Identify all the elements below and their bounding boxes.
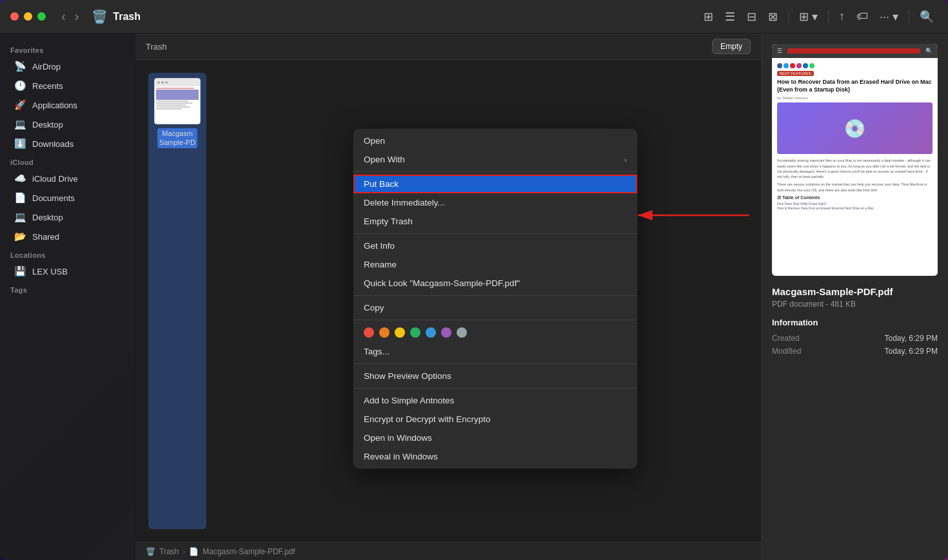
sidebar-item-label: AirDrop: [32, 62, 61, 72]
preview-image: ☰ 🔍: [772, 44, 938, 276]
ctx-sep-5: [353, 363, 637, 364]
trash-folder-icon: 🗑️: [92, 9, 108, 24]
file-label: MacgasmSample-PD: [157, 128, 197, 148]
toc-icon: ☰: [777, 195, 781, 200]
context-menu: Open Open With › Put Back Delete Immedia…: [353, 129, 637, 468]
ctx-copy[interactable]: Copy: [353, 298, 637, 317]
sidebar-item-applications[interactable]: 🚀 Applications: [4, 96, 131, 114]
preview-toolbar-icon: ☰: [777, 48, 782, 54]
ctx-add-antnotes[interactable]: Add to Simple Antnotes: [353, 391, 637, 410]
ctx-show-preview[interactable]: Show Preview Options: [353, 367, 637, 385]
sidebar-item-label: Documents: [32, 193, 75, 203]
view-list-button[interactable]: ☰: [721, 7, 739, 26]
close-button[interactable]: [10, 12, 19, 21]
ctx-tag-purple[interactable]: [441, 327, 451, 338]
empty-trash-button[interactable]: Empty: [712, 39, 751, 54]
ctx-encrypt[interactable]: Encrypt or Decrypt with Encrypto: [353, 410, 637, 429]
toolbar-divider-2: [828, 10, 829, 23]
view-grid-button[interactable]: ⊞: [700, 7, 717, 26]
forward-button[interactable]: ›: [72, 8, 82, 25]
file-area-title: Trash: [146, 42, 167, 52]
airdrop-icon: 📡: [14, 61, 26, 72]
ctx-tag-blue[interactable]: [426, 327, 436, 338]
sidebar-item-label: Recents: [32, 81, 63, 91]
view-gallery-button[interactable]: ⊠: [764, 7, 782, 26]
ctx-open-with[interactable]: Open With ›: [353, 150, 637, 169]
sidebar-item-icloud-drive[interactable]: ☁️ iCloud Drive: [4, 169, 131, 188]
share-button[interactable]: ↑: [835, 7, 849, 26]
ctx-reveal-windows[interactable]: Reveal in Windows: [353, 447, 637, 466]
ctx-tag-yellow[interactable]: [395, 327, 405, 338]
status-separator: ›: [183, 547, 185, 556]
preview-toolbar-logo: [787, 48, 920, 53]
ctx-tags-row: [353, 323, 637, 342]
toolbar-divider: [788, 10, 789, 23]
ctx-put-back[interactable]: Put Back: [353, 175, 637, 193]
sidebar-item-recents[interactable]: 🕐 Recents: [4, 77, 131, 95]
prev-body-text-2: There are various solutions on the marke…: [777, 182, 933, 193]
prev-toc-title: ☰ Table of Contents: [777, 195, 933, 200]
sidebar-item-airdrop[interactable]: 📡 AirDrop: [4, 57, 131, 75]
ctx-get-info[interactable]: Get Info: [353, 237, 637, 255]
ctx-sep-6: [353, 388, 637, 389]
file-area: Trash Empty: [135, 34, 761, 560]
status-trash-text: Trash: [159, 547, 179, 556]
view-columns-button[interactable]: ⊟: [743, 7, 760, 26]
prev-hero-image: 💿: [777, 102, 933, 154]
tags-section-label: Tags: [0, 281, 135, 296]
ctx-open[interactable]: Open: [353, 131, 637, 150]
ctx-tag-green[interactable]: [410, 327, 420, 338]
preview-modified-value: Today, 6:29 PM: [885, 347, 938, 356]
ctx-sep-4: [353, 320, 637, 320]
preview-info-title: Information: [772, 318, 938, 327]
sidebar-item-desktop2[interactable]: 💻 Desktop: [4, 208, 131, 226]
ctx-quick-look[interactable]: Quick Look "Macgasm-Sample-PDF.pdf": [353, 274, 637, 293]
preview-filetype: PDF document - 481 KB: [772, 300, 938, 309]
sidebar-item-label: Downloads: [32, 139, 74, 149]
pdf-dot: [157, 81, 160, 84]
finder-window: ‹ › 🗑️ Trash ⊞ ☰ ⊟ ⊠ ⊞ ▾ ↑ 🏷 ··· ▾ 🔍 Fav…: [0, 0, 948, 560]
ctx-tag-orange[interactable]: [379, 327, 390, 338]
pdf-dot-3: [165, 81, 168, 84]
ctx-empty-trash[interactable]: Empty Trash: [353, 212, 637, 231]
sidebar-item-label: Desktop: [32, 213, 63, 222]
preview-toolbar-search: 🔍: [925, 48, 933, 54]
traffic-lights: [10, 12, 46, 21]
preview-created-value: Today, 6:29 PM: [885, 334, 938, 343]
maximize-button[interactable]: [37, 12, 46, 21]
ctx-sep-2: [353, 233, 637, 234]
prev-toc-item-1: How Does Disk Utility Erase Data?: [777, 202, 933, 206]
toolbar-right: ⊞ ☰ ⊟ ⊠ ⊞ ▾ ↑ 🏷 ··· ▾ 🔍: [700, 7, 938, 26]
ctx-open-windows[interactable]: Open in Windows: [353, 429, 637, 447]
sidebar-item-label: Desktop: [32, 120, 63, 130]
locations-section-label: Locations: [0, 246, 135, 262]
ctx-tag-red[interactable]: [364, 327, 374, 338]
preview-panel: ☰ 🔍: [761, 34, 948, 560]
tag-button[interactable]: 🏷: [853, 7, 872, 26]
preview-modified-row: Modified Today, 6:29 PM: [772, 347, 938, 356]
desktop-icon: 💻: [14, 119, 26, 130]
minimize-button[interactable]: [24, 12, 32, 21]
back-button[interactable]: ‹: [59, 8, 68, 25]
sidebar-item-documents[interactable]: 📄 Documents: [4, 189, 131, 207]
documents-icon: 📄: [14, 192, 26, 204]
ctx-sep-3: [353, 295, 637, 296]
sidebar-item-desktop[interactable]: 💻 Desktop: [4, 115, 131, 133]
status-file-label: Macgasm-Sample-PDF.pdf: [202, 547, 295, 556]
ctx-delete-immediately[interactable]: Delete Immediately...: [353, 193, 637, 212]
prev-toc-item-2: How to Recover Data from an Erased Exter…: [777, 206, 933, 210]
sidebar-item-downloads[interactable]: ⬇️ Downloads: [4, 135, 131, 153]
sidebar-item-shared[interactable]: 📂 Shared: [4, 227, 131, 246]
file-icon: [154, 78, 201, 124]
group-button[interactable]: ⊞ ▾: [795, 7, 822, 26]
file-item[interactable]: MacgasmSample-PD: [148, 73, 206, 529]
main-content: Favorites 📡 AirDrop 🕐 Recents 🚀 Applicat…: [0, 34, 948, 560]
more-button[interactable]: ··· ▾: [876, 7, 902, 26]
ctx-tags[interactable]: Tags...: [353, 342, 637, 361]
window-title-text: Trash: [113, 11, 141, 23]
sidebar-item-lex-usb[interactable]: 💾 LEX USB: [4, 262, 131, 280]
search-button[interactable]: 🔍: [916, 7, 938, 26]
ctx-tag-gray[interactable]: [457, 327, 467, 338]
ctx-rename[interactable]: Rename: [353, 255, 637, 274]
pdf-dot-2: [161, 81, 164, 84]
